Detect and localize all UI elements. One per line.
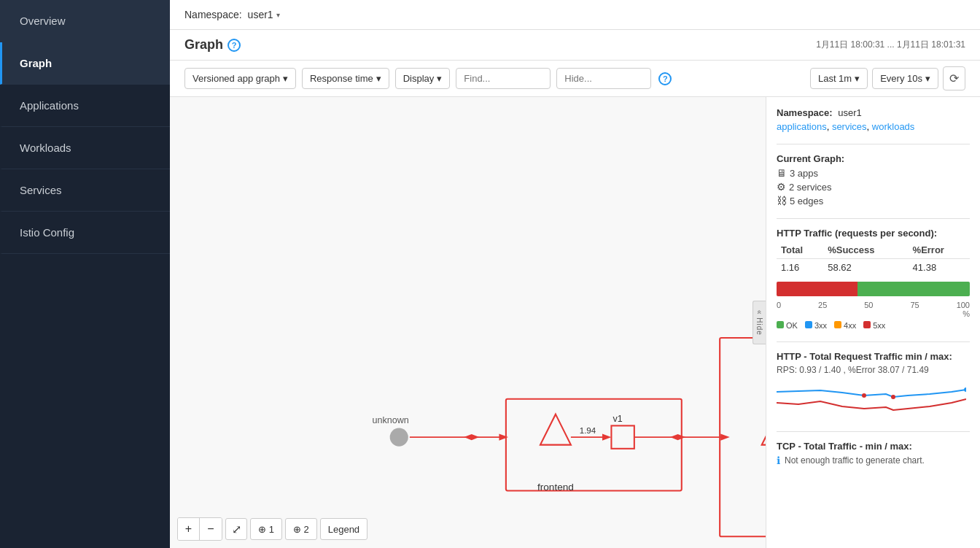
workloads-link[interactable]: workloads xyxy=(872,121,915,132)
divider xyxy=(777,144,970,144)
sidebar-item-overview[interactable]: Overview xyxy=(0,0,170,42)
diamond-marker xyxy=(464,434,479,440)
timestamp: 1月11日 18:00:31 ... 1月11日 18:01:31 xyxy=(816,39,965,51)
sidebar: Overview Graph Applications Workloads Se… xyxy=(0,0,170,548)
table-row: 1.16 58.62 41.38 xyxy=(777,259,970,277)
response-time-dropdown[interactable]: Response time ▾ xyxy=(302,68,389,89)
chevron-down-icon: ▾ xyxy=(376,73,381,84)
page-title: Graph ? xyxy=(184,37,241,53)
error-value: 41.38 xyxy=(909,259,970,277)
sparkline-red xyxy=(777,399,966,410)
col-error: %Error xyxy=(909,242,970,259)
info-icon: ℹ xyxy=(777,455,780,466)
filter-help-icon[interactable]: ? xyxy=(658,72,672,85)
services-link[interactable]: services xyxy=(832,121,867,132)
toolbar-left: Graph ? xyxy=(184,37,807,53)
find-input[interactable] xyxy=(456,68,551,89)
total-request-section: HTTP - Total Request Traffic min / max: … xyxy=(777,351,970,420)
current-graph-label: Current Graph: xyxy=(777,153,970,164)
services-icon: ⚙ xyxy=(777,181,786,193)
edge-node-button[interactable]: ⊕ 2 xyxy=(285,518,317,540)
namespace-label: Namespace: xyxy=(184,9,242,20)
total-request-sub: RPS: 0.93 / 1.40 , %Error 38.07 / 71.49 xyxy=(777,365,970,375)
sparkline-svg xyxy=(777,381,966,417)
sparkline-area xyxy=(777,381,970,420)
traffic-bar xyxy=(777,282,970,296)
toolbar-right: 1月11日 18:00:31 ... 1月11日 18:01:31 xyxy=(816,39,965,51)
unknown-node xyxy=(390,428,408,447)
backend-triangle xyxy=(762,414,766,445)
main-area: Namespace: user1 ▾ Graph ? 1月11日 18:00:3… xyxy=(170,0,980,548)
hide-input[interactable] xyxy=(556,68,651,89)
chevron-down-icon: ▾ xyxy=(283,73,288,84)
http-traffic-section: HTTP Traffic (requests per second): Tota… xyxy=(777,228,970,330)
right-panel: Namespace: user1 applications, services,… xyxy=(766,97,980,548)
legend-5xx: 5xx xyxy=(863,321,885,330)
applications-link[interactable]: applications xyxy=(777,121,827,132)
refresh-button[interactable]: ⟳ xyxy=(943,66,965,90)
zoom-out-button[interactable]: − xyxy=(200,518,222,540)
traffic-table: Total %Success %Error 1.16 58.62 41.38 xyxy=(777,242,970,276)
legend-button[interactable]: Legend xyxy=(320,518,368,540)
sparkline-dot-3 xyxy=(964,387,966,392)
sparkline-dot-1 xyxy=(862,393,866,398)
bar-pct-label: % xyxy=(777,309,970,318)
zoom-controls: + − xyxy=(177,517,222,541)
apps-count: 3 apps xyxy=(790,168,818,179)
tcp-section: TCP - Total Traffic - min / max: ℹ Not e… xyxy=(777,441,970,466)
edges-count: 5 edges xyxy=(790,196,823,207)
edges-row: ⛓ 5 edges xyxy=(777,195,970,207)
graph-controls: + − ⤢ ⊕ 1 ⊕ 2 Legend xyxy=(177,517,368,541)
legend-ok: OK xyxy=(777,321,798,330)
bar-labels: 0 25 50 75 100 xyxy=(777,301,970,309)
sidebar-item-services[interactable]: Services xyxy=(0,169,170,212)
graph-area: frontend v1 1.94 unknown xyxy=(170,97,766,548)
refresh-interval-dropdown[interactable]: Every 10s ▾ xyxy=(872,68,938,89)
display-dropdown[interactable]: Display ▾ xyxy=(395,68,451,89)
chevron-down-icon: ▾ xyxy=(855,73,860,84)
current-graph-section: Current Graph: 🖥 3 apps ⚙ 2 services ⛓ 5… xyxy=(777,153,970,207)
chevron-down-icon: ▾ xyxy=(925,73,930,84)
toolbar: Graph ? 1月11日 18:00:31 ... 1月11日 18:01:3… xyxy=(170,30,980,61)
col-total: Total xyxy=(777,242,823,259)
apps-icon: 🖥 xyxy=(777,167,787,179)
bar-red xyxy=(777,282,858,296)
header: Namespace: user1 ▾ xyxy=(170,0,980,30)
content-area: frontend v1 1.94 unknown xyxy=(170,97,980,548)
sidebar-item-workloads[interactable]: Workloads xyxy=(0,127,170,169)
versioned-app-dropdown[interactable]: Versioned app graph ▾ xyxy=(184,68,296,89)
bar-legend: OK 3xx 4xx 5xx xyxy=(777,321,970,330)
last-time-dropdown[interactable]: Last 1m ▾ xyxy=(810,68,868,89)
namespace-panel-label: Namespace: xyxy=(777,107,833,118)
sparkline-blue xyxy=(777,390,966,397)
tcp-sub: Not enough traffic to generate chart. xyxy=(785,455,925,466)
success-value: 58.62 xyxy=(823,259,908,277)
legend-4xx: 4xx xyxy=(834,321,856,330)
services-count: 2 services xyxy=(789,182,832,193)
divider2 xyxy=(777,218,970,219)
namespace-node-button[interactable]: ⊕ 1 xyxy=(250,518,282,540)
chevron-down-icon: ▾ xyxy=(276,11,280,19)
http-traffic-title: HTTP Traffic (requests per second): xyxy=(777,228,970,239)
apps-row: 🖥 3 apps xyxy=(777,167,970,179)
frontend-v1-square xyxy=(611,425,634,448)
total-value: 1.16 xyxy=(777,259,823,277)
sidebar-item-applications[interactable]: Applications xyxy=(0,85,170,127)
divider4 xyxy=(777,431,970,432)
hide-panel-button[interactable]: « Hide xyxy=(752,301,766,344)
frontend-label: frontend xyxy=(537,482,574,493)
sparkline-dot-2 xyxy=(891,395,895,399)
namespace-value: user1 xyxy=(248,9,273,20)
divider3 xyxy=(777,341,970,342)
bar-green xyxy=(858,282,970,296)
graph-svg: frontend v1 1.94 unknown xyxy=(170,97,766,548)
sidebar-item-istio-config[interactable]: Istio Config xyxy=(0,212,170,254)
tcp-title: TCP - Total Traffic - min / max: xyxy=(777,441,970,452)
fit-button[interactable]: ⤢ xyxy=(225,518,247,540)
v1-label1: v1 xyxy=(613,414,623,424)
services-row: ⚙ 2 services xyxy=(777,181,970,193)
sidebar-item-graph[interactable]: Graph xyxy=(0,42,170,85)
zoom-in-button[interactable]: + xyxy=(178,518,200,540)
help-icon[interactable]: ? xyxy=(228,39,241,52)
namespace-selector[interactable]: Namespace: user1 ▾ xyxy=(184,9,280,20)
